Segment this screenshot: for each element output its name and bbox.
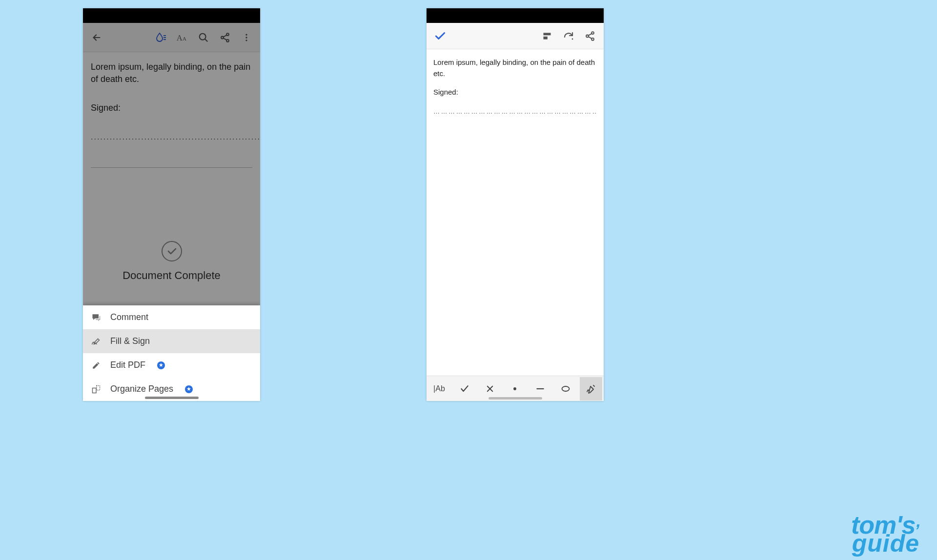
organize-icon [91,384,102,395]
premium-star-icon: ★ [157,361,165,369]
editor-toolbar [427,23,604,49]
svg-text:A: A [177,34,183,42]
sheet-item-fill-sign[interactable]: Fill & Sign [83,329,260,353]
sheet-item-label: Fill & Sign [110,336,150,346]
svg-point-14 [245,40,247,41]
signed-label: Signed: [91,102,252,114]
viewer-toolbar: AA [83,23,260,52]
svg-rect-18 [544,36,548,39]
checkmark-circle-icon [162,241,182,261]
signature-tool[interactable] [580,377,602,400]
back-icon[interactable] [88,29,105,46]
fill-sign-icon [91,336,102,347]
nav-pill[interactable] [489,397,542,400]
sheet-item-label: Comment [110,312,148,322]
svg-rect-16 [97,385,100,390]
bottom-sheet: Comment Fill & Sign Edit PDF ★ Organize [83,305,260,401]
form-field-icon[interactable] [536,25,558,47]
svg-text:A: A [183,36,186,41]
svg-point-13 [245,37,247,38]
share-icon[interactable] [216,29,234,46]
svg-point-9 [226,40,229,42]
svg-point-29 [562,386,570,391]
comment-icon [91,312,102,323]
redo-icon[interactable] [558,25,579,47]
premium-star-icon: ★ [185,385,193,393]
svg-point-19 [572,38,573,40]
right-phone-body: Lorem ipsum, legally binding, on the pai… [427,23,604,401]
circle-tool[interactable] [554,377,577,400]
svg-line-6 [205,39,208,41]
text-tool[interactable]: |Ab [428,377,450,400]
svg-point-8 [221,36,224,39]
svg-point-22 [591,38,594,40]
editor-document[interactable]: Lorem ipsum, legally binding, on the pai… [427,49,604,376]
document-status: Document Complete [91,268,252,283]
document-paragraph: Lorem ipsum, legally binding, on the pai… [91,61,252,85]
svg-rect-17 [544,33,551,35]
edit-icon [91,360,102,371]
svg-point-5 [200,33,206,40]
search-icon[interactable] [195,29,212,46]
divider [91,167,252,168]
status-bar [83,8,260,23]
sheet-item-label: Organize Pages [110,384,173,394]
svg-point-27 [514,387,517,390]
done-icon[interactable] [429,25,451,47]
completion-block: Document Complete [91,241,252,283]
svg-point-21 [586,35,589,37]
svg-point-7 [226,33,229,36]
signed-label: Signed: [433,87,597,98]
sheet-item-label: Edit PDF [110,360,145,370]
svg-line-24 [589,37,592,39]
sheet-item-edit-pdf[interactable]: Edit PDF ★ [83,353,260,377]
watermark: tom's, guide [851,515,919,553]
status-bar [427,8,604,23]
phone-right: Lorem ipsum, legally binding, on the pai… [427,8,604,401]
svg-line-11 [224,38,227,40]
document-paragraph: Lorem ipsum, legally binding, on the pai… [433,57,597,79]
svg-line-23 [589,33,592,35]
text-tool-label: |Ab [433,384,445,393]
sheet-item-comment[interactable]: Comment [83,305,260,329]
checkmark-tool[interactable] [453,377,476,400]
svg-rect-15 [93,388,97,393]
fill-sign-toolbar: |Ab [427,376,604,401]
more-icon[interactable] [238,29,255,46]
signature-line: ........................................… [91,131,252,143]
svg-point-12 [245,34,247,35]
liquid-mode-icon[interactable] [152,29,169,46]
svg-line-10 [224,35,227,37]
share-icon[interactable] [579,25,601,47]
signature-line: ………………………………………………………………………………………… [433,107,597,117]
nav-pill[interactable] [145,397,199,399]
document-content: Lorem ipsum, legally binding, on the pai… [83,52,260,292]
left-phone-body: AA Lorem ipsum, legally binding, on the … [83,23,260,401]
phone-left: AA Lorem ipsum, legally binding, on the … [83,8,260,401]
svg-point-20 [591,32,594,34]
watermark-line2: guide [851,534,919,553]
text-settings-icon[interactable]: AA [173,29,191,46]
